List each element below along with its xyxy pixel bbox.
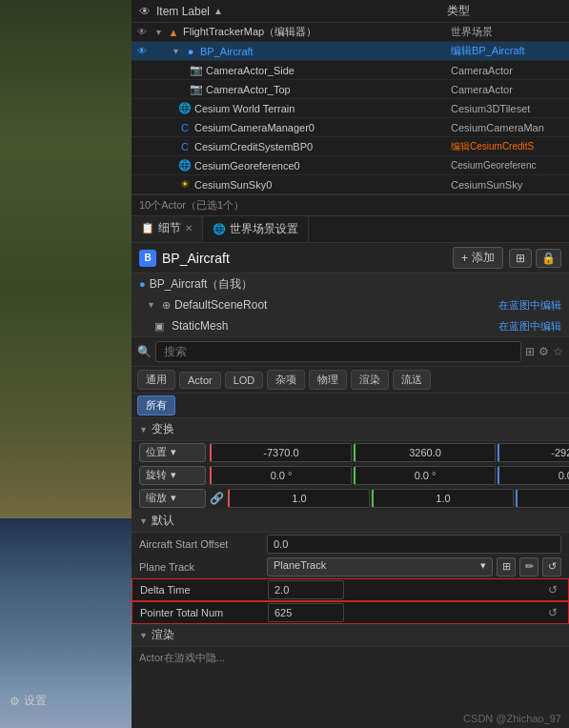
tab-close-icon[interactable]: ✕ bbox=[185, 223, 193, 233]
aircraft-start-offset-input[interactable] bbox=[267, 535, 561, 554]
gear-icon: ⚙ bbox=[10, 695, 20, 708]
default-section-header[interactable]: ▼ 默认 bbox=[132, 510, 569, 533]
tab-world-settings[interactable]: 🌐 世界场景设置 bbox=[203, 216, 309, 242]
filter-tab-render[interactable]: 渲染 bbox=[351, 370, 389, 390]
rotation-fields bbox=[210, 466, 569, 485]
details-header: B BP_Aircraft + 添加 ⊞ 🔒 bbox=[132, 243, 569, 273]
eye-icon[interactable] bbox=[135, 102, 149, 115]
eye-icon[interactable]: 👁 bbox=[135, 45, 149, 58]
static-mesh-icon: ▣ bbox=[154, 320, 164, 333]
csdn-watermark: CSDN @Zhichao_97 bbox=[463, 713, 561, 724]
tree-row[interactable]: C CesiumCameraManager0 CesiumCameraMan bbox=[132, 118, 569, 137]
static-mesh-link[interactable]: 在蓝图中编辑 bbox=[498, 319, 561, 334]
eye-icon[interactable]: 👁 bbox=[135, 26, 149, 39]
sort-arrow-icon: ▲ bbox=[213, 6, 223, 16]
tree-row[interactable]: 📷 CameraActor_Top CameraActor bbox=[132, 80, 569, 99]
scale-z-input[interactable] bbox=[516, 489, 569, 508]
tree-row[interactable]: 🌐 CesiumGeoreference0 CesiumGeoreferenc bbox=[132, 156, 569, 175]
layout-icon-btn[interactable]: ⊞ bbox=[509, 249, 532, 268]
tree-row[interactable]: ☀ CesiumSunSky0 CesiumSunSky bbox=[132, 175, 569, 194]
filter-tab-all[interactable]: 所有 bbox=[137, 395, 175, 415]
position-z-input[interactable] bbox=[498, 443, 569, 462]
transform-section-header[interactable]: ▼ 变换 bbox=[132, 418, 569, 441]
eye-icon[interactable] bbox=[135, 121, 149, 134]
static-mesh-row[interactable]: ▣ StaticMesh 在蓝图中编辑 bbox=[132, 315, 569, 336]
eye-icon[interactable] bbox=[135, 64, 149, 77]
tree-row[interactable]: 👁 ▼ ● BP_Aircraft 编辑BP_Aircraft bbox=[132, 42, 569, 61]
tree-row[interactable]: 👁 ▼ ▲ FlightTrackerMap（编辑器） 世界场景 bbox=[132, 23, 569, 42]
tree-item-label: FlightTrackerMap（编辑器） bbox=[183, 25, 316, 39]
pointer-total-num-input[interactable] bbox=[268, 603, 344, 622]
expand-icon[interactable]: ▼ bbox=[172, 47, 181, 56]
component-section: ● BP_Aircraft（自我） ▼ ⊕ DefaultSceneRoot 在… bbox=[132, 273, 569, 337]
outliner-header: 👁 Item Label ▲ 类型 bbox=[132, 0, 569, 23]
filter-tab-stream[interactable]: 流送 bbox=[393, 370, 431, 390]
default-scene-root-row[interactable]: ▼ ⊕ DefaultSceneRoot 在蓝图中编辑 bbox=[132, 294, 569, 315]
cesium-credit-icon: C bbox=[177, 139, 193, 154]
expand-icon[interactable]: ▼ bbox=[154, 28, 164, 37]
rotation-x-input[interactable] bbox=[210, 466, 352, 485]
filter-tab-common[interactable]: 通用 bbox=[137, 370, 175, 390]
default-scene-root-link[interactable]: 在蓝图中编辑 bbox=[498, 298, 561, 313]
grid-view-icon[interactable]: ⊞ bbox=[525, 345, 535, 358]
plane-track-edit-icon[interactable]: ✏ bbox=[519, 557, 539, 576]
position-dropdown[interactable]: 位置 ▾ bbox=[139, 443, 206, 462]
pointer-total-num-row: Pointer Total Num ↺ bbox=[132, 601, 569, 624]
tree-row[interactable]: C CesiumCreditSystemBP0 编辑CesiumCreditS bbox=[132, 137, 569, 156]
eye-icon[interactable] bbox=[135, 83, 149, 96]
col-type-label: 类型 bbox=[447, 3, 561, 19]
tree-item-label: CesiumCreditSystemBP0 bbox=[194, 141, 313, 152]
position-y-input[interactable] bbox=[354, 443, 496, 462]
camera-icon: 📷 bbox=[189, 82, 204, 97]
active-filter-tabs: 所有 bbox=[132, 394, 569, 418]
render-section-label: 渲染 bbox=[152, 627, 174, 643]
eye-icon: 👁 bbox=[139, 5, 151, 18]
plane-track-reset-icon[interactable]: ↺ bbox=[542, 557, 561, 576]
lock-button[interactable]: 🔒 bbox=[536, 249, 561, 268]
delta-time-reset-icon[interactable]: ↺ bbox=[545, 583, 560, 597]
actor-count: 10个Actor（已选1个） bbox=[132, 195, 569, 216]
plane-track-select[interactable]: PlaneTrack ▾ bbox=[267, 557, 493, 576]
render-section-header[interactable]: ▼ 渲染 bbox=[132, 624, 569, 647]
expand-icon: ▼ bbox=[139, 516, 148, 526]
tree-item-label: CesiumSunSky0 bbox=[194, 179, 272, 191]
scale-lock-icon[interactable]: 🔗 bbox=[210, 492, 224, 505]
filter-tab-actor[interactable]: Actor bbox=[179, 372, 221, 389]
filter-tab-misc[interactable]: 杂项 bbox=[267, 370, 305, 390]
details-tab-label: 细节 bbox=[158, 220, 181, 236]
delta-time-input[interactable] bbox=[268, 580, 344, 599]
eye-icon[interactable] bbox=[135, 140, 149, 153]
scale-x-input[interactable] bbox=[228, 489, 370, 508]
position-x-input[interactable] bbox=[210, 443, 352, 462]
scale-dropdown[interactable]: 缩放 ▾ bbox=[139, 489, 206, 508]
tree-item-type: 编辑BP_Aircraft bbox=[451, 44, 565, 58]
rotation-z-input[interactable] bbox=[498, 466, 569, 485]
tab-details[interactable]: 📋 细节 ✕ bbox=[132, 216, 203, 242]
tree-row[interactable]: 🌐 Cesium World Terrain Cesium3DTileset bbox=[132, 99, 569, 118]
settings-icon[interactable]: ⚙ bbox=[539, 345, 549, 358]
details-tab-icon: 📋 bbox=[141, 222, 154, 234]
expand-icon: ▼ bbox=[139, 425, 148, 435]
cesium-geo-icon: 🌐 bbox=[177, 158, 193, 173]
eye-icon[interactable] bbox=[135, 159, 149, 172]
rotation-y-input[interactable] bbox=[354, 466, 496, 485]
more-options-icon[interactable]: ☆ bbox=[553, 345, 563, 358]
filter-tab-physics[interactable]: 物理 bbox=[309, 370, 347, 390]
add-button[interactable]: + 添加 bbox=[453, 247, 503, 269]
plane-track-label: Plane Track bbox=[139, 561, 263, 573]
plane-track-expand-icon[interactable]: ⊞ bbox=[497, 557, 516, 576]
eye-icon[interactable] bbox=[135, 178, 149, 192]
settings-button[interactable]: ⚙ 设置 bbox=[10, 693, 47, 709]
expand-icon[interactable]: ▼ bbox=[147, 300, 156, 310]
rotation-dropdown[interactable]: 旋转 ▾ bbox=[139, 466, 206, 485]
plane-track-row: Plane Track PlaneTrack ▾ ⊞ ✏ ↺ bbox=[132, 556, 569, 578]
filter-tab-lod[interactable]: LOD bbox=[225, 372, 264, 389]
bp-actor-icon: ● bbox=[183, 44, 198, 59]
aircraft-start-offset-row: Aircraft Start Offset bbox=[132, 533, 569, 556]
scale-y-input[interactable] bbox=[372, 489, 514, 508]
search-input[interactable] bbox=[155, 341, 521, 362]
tree-row[interactable]: 📷 CameraActor_Side CameraActor bbox=[132, 61, 569, 80]
details-title: BP_Aircraft bbox=[162, 251, 447, 266]
pointer-total-num-reset-icon[interactable]: ↺ bbox=[545, 606, 560, 619]
tree-item-label: CesiumCameraManager0 bbox=[194, 122, 315, 133]
